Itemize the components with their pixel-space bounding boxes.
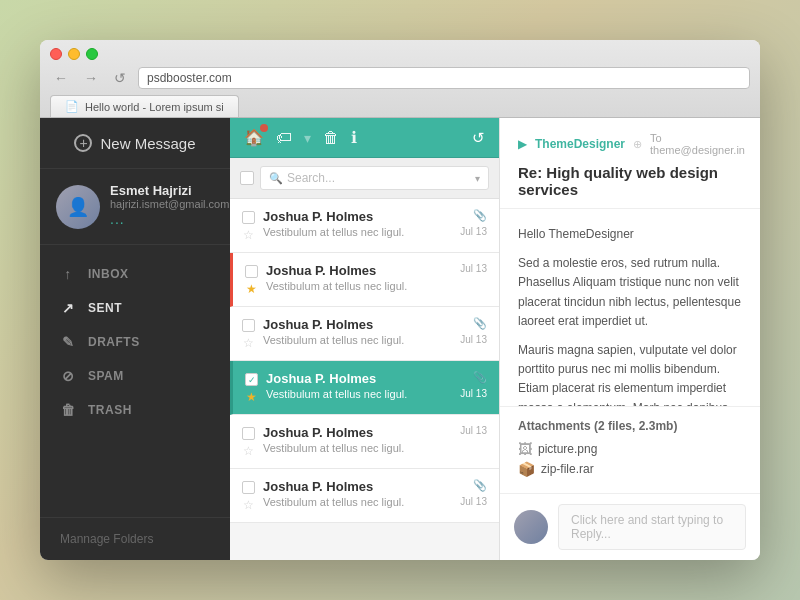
email-greeting: Hello ThemeDesigner [518, 225, 742, 244]
item-star[interactable]: ☆ [243, 444, 254, 458]
new-message-button[interactable]: + New Message [40, 118, 230, 169]
mail-sender: Joshua P. Holmes [266, 263, 460, 278]
attachment-file-1[interactable]: 🖼 picture.png [518, 441, 742, 457]
sidebar-item-inbox[interactable]: ↑ INBOX [40, 257, 230, 291]
reply-input[interactable]: Click here and start typing to Reply... [558, 504, 746, 550]
item-checkbox[interactable] [242, 427, 255, 440]
attachment-icon: 📎 [473, 317, 487, 330]
back-button[interactable]: ← [50, 68, 72, 88]
item-checkbox[interactable] [242, 481, 255, 494]
mail-item[interactable]: ☆ Joshua P. Holmes Vestibulum at tellus … [230, 415, 499, 469]
refresh-button[interactable]: ↺ [110, 68, 130, 88]
search-bar: 🔍 Search... ▾ [230, 158, 499, 199]
home-tool-icon[interactable]: 🏠 [244, 128, 264, 147]
sidebar-nav: ↑ INBOX ↗ SENT ✎ DRAFTS ⊘ SPAM 🗑 TRAS [40, 245, 230, 517]
email-body-1: Sed a molestie eros, sed rutrum nulla. P… [518, 254, 742, 331]
attachments-section: Attachments (2 files, 2.3mb) 🖼 picture.p… [500, 406, 760, 493]
sidebar-item-spam[interactable]: ⊘ SPAM [40, 359, 230, 393]
mail-date: Jul 13 [460, 334, 487, 345]
forward-button[interactable]: → [80, 68, 102, 88]
reading-header: ▶ ThemeDesigner ⊕ To theme@designer.in R… [500, 118, 760, 209]
minimize-button[interactable] [68, 48, 80, 60]
mail-item[interactable]: ☆ Joshua P. Holmes Vestibulum at tellus … [230, 307, 499, 361]
item-checkbox[interactable] [245, 265, 258, 278]
mail-items: ☆ Joshua P. Holmes Vestibulum at tellus … [230, 199, 499, 560]
item-right: 📎 Jul 13 [460, 479, 487, 507]
mail-date: Jul 13 [460, 263, 487, 274]
user-profile: 👤 Esmet Hajrizi hajrizi.ismet@gmail.com … [40, 169, 230, 245]
mail-sender: Joshua P. Holmes [263, 317, 460, 332]
address-bar[interactable]: psdbooster.com [138, 67, 750, 89]
reply-avatar [514, 510, 548, 544]
sidebar-item-sent[interactable]: ↗ SENT [40, 291, 230, 325]
mail-date: Jul 13 [460, 388, 487, 399]
search-input[interactable]: 🔍 Search... ▾ [260, 166, 489, 190]
reply-area: Click here and start typing to Reply... [500, 493, 760, 560]
inbox-label: INBOX [88, 267, 129, 281]
item-content: Joshua P. Holmes Vestibulum at tellus ne… [263, 425, 460, 454]
item-checkbox[interactable] [242, 211, 255, 224]
picture-file-icon: 🖼 [518, 441, 532, 457]
mail-item[interactable]: ☆ Joshua P. Holmes Vestibulum at tellus … [230, 469, 499, 523]
item-right: 📎 Jul 13 [460, 317, 487, 345]
item-star[interactable]: ☆ [243, 228, 254, 242]
reading-subject: Re: High quality web design services [518, 164, 742, 198]
user-status-dots: ··· [110, 214, 229, 230]
search-icon: 🔍 [269, 172, 283, 185]
mail-date: Jul 13 [460, 425, 487, 436]
item-left: ★ [245, 263, 258, 296]
from-separator: ⊕ [633, 138, 642, 151]
item-checkbox[interactable] [245, 373, 258, 386]
inbox-icon: ↑ [60, 266, 76, 282]
trash-label: TRASH [88, 403, 132, 417]
mail-preview: Vestibulum at tellus nec ligul. [263, 226, 423, 238]
sidebar-item-trash[interactable]: 🗑 TRASH [40, 393, 230, 427]
email-body-2: Mauris magna sapien, vulputate vel dolor… [518, 341, 742, 406]
new-message-plus-icon: + [74, 134, 92, 152]
label-tool-icon[interactable]: 🏷 [276, 129, 292, 147]
item-content: Joshua P. Holmes Vestibulum at tellus ne… [263, 209, 460, 238]
from-name: ThemeDesigner [535, 137, 625, 151]
attachment-icon: 📎 [473, 209, 487, 222]
attachment-icon: 📎 [473, 371, 487, 384]
browser-tab[interactable]: 📄 Hello world - Lorem ipsum si [50, 95, 239, 117]
mail-item[interactable]: ★ Joshua P. Holmes Vestibulum at tellus … [230, 253, 499, 307]
reading-pane: ▶ ThemeDesigner ⊕ To theme@designer.in R… [500, 118, 760, 560]
mail-item[interactable]: ☆ Joshua P. Holmes Vestibulum at tellus … [230, 199, 499, 253]
search-dropdown-arrow: ▾ [475, 173, 480, 184]
sidebar-item-drafts[interactable]: ✎ DRAFTS [40, 325, 230, 359]
item-checkbox[interactable] [242, 319, 255, 332]
attachment-icon: 📎 [473, 479, 487, 492]
info-tool-icon[interactable]: ℹ [351, 128, 357, 147]
refresh-tool-icon[interactable]: ↺ [472, 129, 485, 147]
item-content: Joshua P. Holmes Vestibulum at tellus ne… [266, 371, 460, 400]
mail-sender: Joshua P. Holmes [263, 209, 460, 224]
item-star[interactable]: ☆ [243, 336, 254, 350]
attachments-title: Attachments (2 files, 2.3mb) [518, 419, 742, 433]
select-all-checkbox[interactable] [240, 171, 254, 185]
maximize-button[interactable] [86, 48, 98, 60]
item-star[interactable]: ☆ [243, 498, 254, 512]
item-star[interactable]: ★ [246, 390, 257, 404]
tab-bar: 📄 Hello world - Lorem ipsum si [50, 95, 750, 117]
manage-folders-link[interactable]: Mannage Folders [40, 517, 230, 560]
item-star[interactable]: ★ [246, 282, 257, 296]
reading-from-row: ▶ ThemeDesigner ⊕ To theme@designer.in [518, 132, 742, 156]
item-content: Joshua P. Holmes Vestibulum at tellus ne… [266, 263, 460, 292]
mail-preview: Vestibulum at tellus nec ligul. [266, 280, 426, 292]
home-badge [260, 124, 268, 132]
item-right: Jul 13 [460, 425, 487, 436]
attachment-file-2[interactable]: 📦 zip-file.rar [518, 461, 742, 477]
mail-preview: Vestibulum at tellus nec ligul. [263, 442, 423, 454]
sent-label: SENT [88, 301, 122, 315]
item-left: ☆ [242, 479, 255, 512]
delete-tool-icon[interactable]: 🗑 [323, 129, 339, 147]
mail-preview: Vestibulum at tellus nec ligul. [266, 388, 426, 400]
attachment-filename-1: picture.png [538, 442, 597, 456]
close-button[interactable] [50, 48, 62, 60]
new-message-label: New Message [100, 135, 195, 152]
browser-toolbar: ← → ↺ psdbooster.com [50, 67, 750, 89]
item-content: Joshua P. Holmes Vestibulum at tellus ne… [263, 479, 460, 508]
mail-item-active[interactable]: ★ Joshua P. Holmes Vestibulum at tellus … [230, 361, 499, 415]
user-avatar: 👤 [56, 185, 100, 229]
